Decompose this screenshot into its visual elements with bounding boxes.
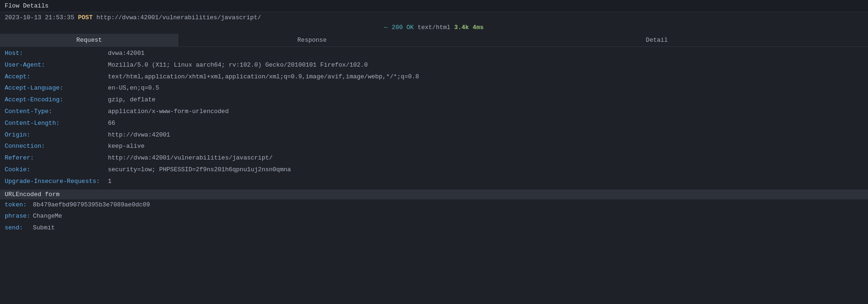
header-accept: Accept: text/html,application/xhtml+xml,… xyxy=(0,71,868,83)
form-phrase: phrase: ChangeMe xyxy=(0,211,868,222)
header-host: Host: dvwa:42001 xyxy=(0,48,868,60)
header-user-agent: User-Agent: Mozilla/5.0 (X11; Linux aarc… xyxy=(0,60,868,71)
section-divider: URLEncoded form xyxy=(0,190,868,199)
response-line: ← 200 OK text/html 3.4k 4ms xyxy=(0,23,868,34)
header-origin: Origin: http://dvwa:42001 xyxy=(0,129,868,141)
http-method: POST xyxy=(78,14,92,21)
header-upgrade-insecure: Upgrade-Insecure-Requests: 1 xyxy=(0,176,868,188)
header-accept-language: Accept-Language: en-US,en;q=0.5 xyxy=(0,83,868,94)
request-url: http://dvwa:42001/vulnerabilities/javasc… xyxy=(96,14,261,21)
title-text: Flow Details xyxy=(5,2,49,9)
header-referer: Referer: http://dvwa:42001/vulnerabiliti… xyxy=(0,152,868,164)
header-content-length: Content-Length: 66 xyxy=(0,118,868,129)
tab-response[interactable]: Response xyxy=(178,34,446,46)
content-type: text/html xyxy=(418,24,450,31)
header-accept-encoding: Accept-Encoding: gzip, deflate xyxy=(0,94,868,106)
content-area: Host: dvwa:42001 User-Agent: Mozilla/5.0… xyxy=(0,47,868,235)
title-bar: Flow Details xyxy=(0,0,868,12)
tab-request[interactable]: Request xyxy=(0,34,178,46)
header-content-type: Content-Type: application/x-www-form-url… xyxy=(0,106,868,118)
request-line: 2023-10-13 21:53:35 POST http://dvwa:420… xyxy=(0,12,868,23)
response-time: 4ms xyxy=(472,24,483,31)
form-token: token: 8b479aefbd90795395b3e7089ae0dc09 xyxy=(0,199,868,211)
form-send: send: Submit xyxy=(0,222,868,234)
header-connection: Connection: keep-alive xyxy=(0,141,868,152)
tab-detail[interactable]: Detail xyxy=(446,34,868,46)
response-size: 3.4k xyxy=(454,24,469,31)
tabs-bar: Request Response Detail xyxy=(0,34,868,47)
header-cookie: Cookie: security=low; PHPSESSID=2f9ns201… xyxy=(0,164,868,176)
timestamp: 2023-10-13 21:53:35 xyxy=(5,14,74,21)
status-code: 200 OK xyxy=(392,24,414,31)
arrow-icon: ← xyxy=(384,24,388,31)
